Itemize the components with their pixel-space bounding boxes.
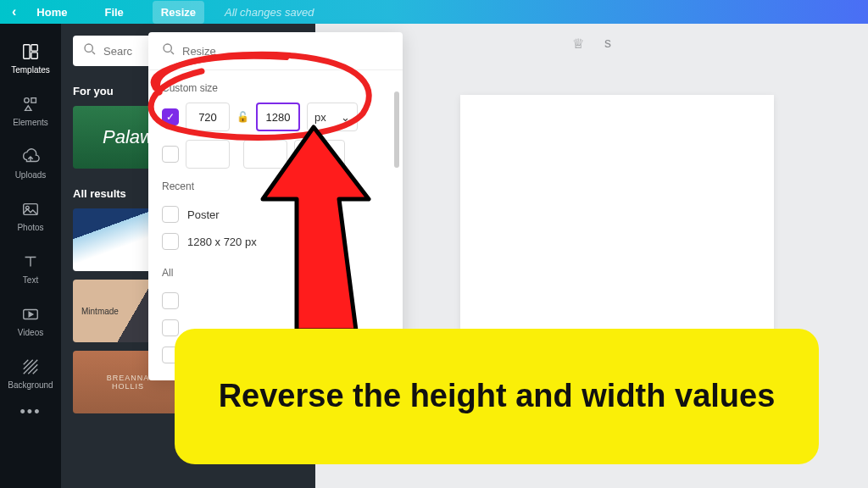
left-rail: Templates Elements Uploads Photos Text V… — [0, 24, 61, 488]
canvas-page[interactable] — [460, 95, 774, 451]
recent-label: Recent — [162, 180, 389, 192]
recent-checkbox[interactable] — [162, 206, 179, 223]
search-icon — [83, 42, 97, 59]
rail-label: Templates — [11, 65, 50, 75]
rail-label: Text — [23, 275, 38, 285]
size-checkbox[interactable]: ✓ — [162, 108, 179, 125]
rail-photos[interactable]: Photos — [0, 190, 61, 242]
rail-background[interactable]: Background — [0, 347, 61, 400]
uploads-icon — [21, 147, 40, 166]
resize-button[interactable]: Resize — [153, 1, 204, 24]
canvas-top-icons: ♕ s — [572, 36, 611, 52]
svg-rect-2 — [31, 53, 37, 58]
photos-icon — [21, 200, 40, 219]
recent-item[interactable]: 1280 x 720 px — [162, 228, 389, 255]
rail-more[interactable]: ••• — [20, 403, 42, 421]
crown-icon[interactable]: ♕ — [572, 36, 584, 52]
resize-dropdown: Custom size ✓ 🔓 px⌄ px⌄ Recent Poster 12… — [148, 32, 403, 380]
dropdown-search[interactable] — [148, 32, 403, 70]
chevron-down-icon: ⌄ — [341, 111, 350, 124]
templates-icon — [21, 42, 40, 61]
recent-item-label: 1280 x 720 px — [187, 236, 257, 248]
svg-point-8 — [85, 44, 92, 52]
unit-label: px — [314, 111, 326, 124]
svg-point-9 — [164, 44, 171, 52]
custom-size-row-2: px⌄ — [162, 140, 389, 169]
dropdown-search-input[interactable] — [182, 45, 389, 58]
svg-point-3 — [25, 98, 30, 103]
rail-elements[interactable]: Elements — [0, 85, 61, 137]
all-item[interactable] — [162, 287, 389, 314]
s-icon[interactable]: s — [604, 36, 611, 52]
background-icon — [21, 358, 40, 376]
all-checkbox[interactable] — [162, 292, 179, 309]
all-item[interactable] — [162, 341, 389, 369]
rail-videos[interactable]: Videos — [0, 295, 61, 347]
width-input[interactable] — [186, 103, 230, 131]
svg-rect-0 — [24, 45, 30, 59]
topbar: ‹ Home File Resize All changes saved — [0, 0, 868, 24]
file-button[interactable]: File — [96, 1, 131, 24]
recent-item[interactable]: Poster — [162, 201, 389, 228]
rail-label: Photos — [17, 223, 43, 232]
svg-rect-1 — [31, 45, 37, 51]
search-icon — [162, 42, 175, 59]
unit-label: px — [302, 148, 314, 161]
thumb-label: HOLLIS — [112, 382, 144, 391]
recent-item-label: Poster — [187, 208, 220, 221]
rail-label: Videos — [18, 328, 43, 337]
all-checkbox[interactable] — [162, 347, 179, 363]
rail-label: Uploads — [15, 170, 47, 180]
rail-label: Elements — [13, 118, 48, 127]
all-item[interactable] — [162, 314, 389, 341]
thumb-label: Palaw — [103, 126, 153, 148]
all-label: All — [162, 267, 389, 279]
custom-size-row-1: ✓ 🔓 px⌄ — [162, 103, 389, 131]
thumb-label: BREANNA — [107, 374, 150, 382]
svg-rect-4 — [31, 98, 36, 103]
thumb-label: Mintmade — [81, 307, 119, 316]
rail-templates[interactable]: Templates — [0, 32, 61, 85]
save-status: All changes saved — [225, 6, 314, 19]
lock-icon[interactable]: 🔓 — [236, 111, 249, 123]
home-button[interactable]: Home — [28, 1, 75, 24]
size-checkbox[interactable] — [162, 146, 179, 163]
rail-label: Background — [8, 380, 53, 390]
chevron-down-icon: ⌄ — [328, 148, 337, 161]
text-icon — [21, 252, 40, 271]
recent-checkbox[interactable] — [162, 233, 179, 250]
unit-select[interactable]: px⌄ — [307, 103, 358, 131]
rail-uploads[interactable]: Uploads — [0, 137, 61, 190]
height-input-2[interactable] — [243, 140, 287, 169]
elements-icon — [21, 95, 40, 114]
rail-text[interactable]: Text — [0, 242, 61, 295]
back-icon[interactable]: ‹ — [12, 4, 16, 19]
width-input-2[interactable] — [186, 140, 230, 169]
videos-icon — [21, 305, 40, 324]
height-input[interactable] — [256, 103, 300, 131]
dropdown-scrollbar[interactable] — [394, 92, 399, 168]
unit-select-2[interactable]: px⌄ — [294, 140, 345, 169]
all-checkbox[interactable] — [162, 319, 179, 336]
custom-size-label: Custom size — [162, 82, 389, 94]
